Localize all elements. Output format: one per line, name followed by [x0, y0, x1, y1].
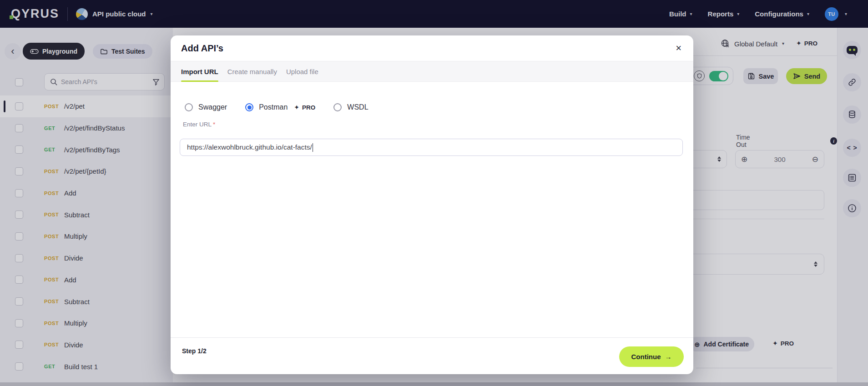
- add-apis-modal: Add API’s × Import URL Create manually U…: [171, 35, 693, 374]
- tab-import-url[interactable]: Import URL: [181, 61, 218, 81]
- close-icon[interactable]: ×: [676, 43, 681, 53]
- continue-button[interactable]: Continue →: [619, 346, 684, 367]
- tab-label: Create manually: [227, 68, 277, 75]
- radio-postman[interactable]: Postman: [245, 103, 288, 111]
- url-value: https://alexwohlbruck.github.io/cat-fact…: [187, 143, 312, 151]
- radio-icon[interactable]: [185, 103, 193, 111]
- app-screen: QYRUS API public cloud ▾ Build ▾ Reports…: [0, 0, 868, 386]
- text-cursor: [313, 143, 313, 152]
- radio-swagger[interactable]: Swagger: [185, 103, 227, 111]
- modal-tab-bar: Import URL Create manually Upload file: [171, 61, 693, 82]
- pro-badge: ✦ PRO: [294, 104, 315, 111]
- url-input[interactable]: https://alexwohlbruck.github.io/cat-fact…: [180, 139, 683, 156]
- radio-icon[interactable]: [333, 103, 342, 111]
- pro-label: PRO: [302, 104, 315, 111]
- tab-upload-file[interactable]: Upload file: [286, 61, 318, 81]
- sparkle-icon: ✦: [294, 104, 299, 111]
- divider: [171, 337, 693, 338]
- tab-label: Import URL: [181, 68, 218, 75]
- radio-label: Swagger: [198, 103, 227, 111]
- required-asterisk: *: [213, 121, 215, 128]
- radio-wsdl[interactable]: WSDL: [333, 103, 368, 111]
- radio-label: WSDL: [347, 103, 368, 111]
- url-field-label: Enter URL*: [183, 121, 215, 128]
- continue-label: Continue: [631, 353, 661, 361]
- modal-title: Add API’s: [181, 43, 223, 54]
- radio-icon[interactable]: [245, 103, 253, 111]
- step-indicator: Step 1/2: [182, 347, 207, 355]
- radio-label: Postman: [259, 103, 288, 111]
- arrow-right-icon: →: [665, 353, 672, 361]
- import-source-radios: Swagger Postman ✦ PRO WSDL: [185, 103, 368, 111]
- tab-create-manually[interactable]: Create manually: [227, 61, 277, 81]
- tab-label: Upload file: [286, 68, 318, 75]
